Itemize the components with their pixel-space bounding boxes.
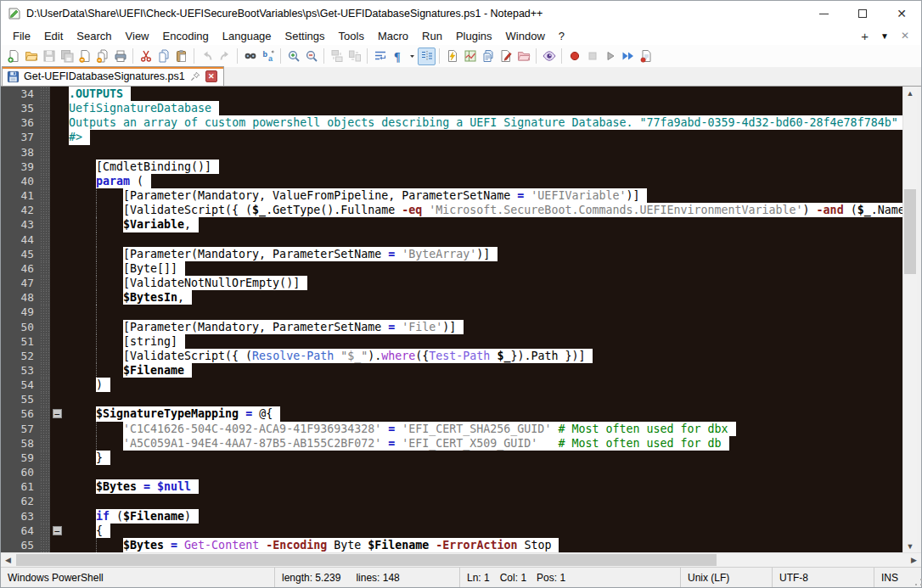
folder-as-workspace-icon[interactable] xyxy=(514,48,532,65)
fold-margin[interactable] xyxy=(50,261,69,276)
menu-plugins[interactable]: Plugins xyxy=(449,27,499,45)
close-button[interactable]: ✕ xyxy=(882,1,921,26)
fold-margin[interactable] xyxy=(50,334,69,349)
bookmark-margin[interactable] xyxy=(40,290,50,305)
fold-margin[interactable] xyxy=(50,320,69,334)
code-line[interactable]: 55 xyxy=(1,392,902,406)
code-line[interactable]: 48$BytesIn, xyxy=(1,290,902,305)
bookmark-margin[interactable] xyxy=(40,349,50,363)
bookmark-margin[interactable] xyxy=(40,494,50,508)
tab-close-icon[interactable]: ✕ xyxy=(205,70,217,82)
zoom-in-icon[interactable] xyxy=(284,48,302,65)
code-line[interactable]: 45[Parameter(Mandatory, ParameterSetName… xyxy=(1,247,902,261)
bookmark-margin[interactable] xyxy=(40,479,50,494)
new-tab-button[interactable]: + xyxy=(861,29,869,43)
document-map-icon[interactable] xyxy=(461,48,479,65)
menu-encoding[interactable]: Encoding xyxy=(156,27,216,45)
scroll-up-arrow-icon[interactable]: ▲ xyxy=(903,87,917,99)
menu-language[interactable]: Language xyxy=(216,27,278,45)
close-file-icon[interactable] xyxy=(76,48,93,65)
bookmark-margin[interactable] xyxy=(40,363,50,378)
code-line[interactable]: 34.OUTPUTS xyxy=(1,87,902,101)
fold-margin[interactable] xyxy=(50,436,69,451)
bookmark-margin[interactable] xyxy=(40,217,50,232)
vertical-scroll-thumb[interactable] xyxy=(904,189,916,274)
cut-icon[interactable] xyxy=(137,48,155,65)
horizontal-scrollbar[interactable]: ◀ ▶ xyxy=(1,552,921,567)
code-line[interactable]: 61$Bytes = $null xyxy=(1,479,902,494)
indent-guide-icon[interactable] xyxy=(418,48,436,65)
bookmark-margin[interactable] xyxy=(40,232,50,247)
code-line[interactable]: 59} xyxy=(1,451,902,465)
menu-help[interactable]: ? xyxy=(552,27,571,45)
paste-icon[interactable] xyxy=(172,48,190,65)
bookmark-margin[interactable] xyxy=(40,392,50,406)
menu-edit[interactable]: Edit xyxy=(37,27,70,45)
code-line[interactable]: 58'A5C059A1-94E4-4AA7-87B5-AB155C2BF072'… xyxy=(1,436,902,451)
fold-margin[interactable] xyxy=(50,494,69,508)
bookmark-margin[interactable] xyxy=(40,261,50,276)
fold-margin[interactable] xyxy=(50,349,69,363)
redo-icon[interactable] xyxy=(216,48,233,65)
word-wrap-icon[interactable] xyxy=(371,48,389,65)
new-file-icon[interactable] xyxy=(4,48,22,65)
menu-macro[interactable]: Macro xyxy=(371,27,415,45)
fold-margin[interactable] xyxy=(50,188,69,203)
fold-collapse-icon[interactable] xyxy=(53,526,62,535)
fold-collapse-icon[interactable] xyxy=(53,409,62,418)
code-line[interactable]: 52[ValidateScript({ (Resolve-Path "$_").… xyxy=(1,349,902,363)
bookmark-margin[interactable] xyxy=(40,130,50,144)
find-icon[interactable] xyxy=(241,48,259,65)
fold-margin[interactable] xyxy=(50,451,69,465)
tab-get-uefidatabasesignatures[interactable]: Get-UEFIDatabaseSignatures.ps1 ✕ xyxy=(2,66,224,86)
open-file-icon[interactable] xyxy=(22,48,40,65)
code-line[interactable]: 50[Parameter(Mandatory, ParameterSetName… xyxy=(1,320,902,334)
fold-margin[interactable] xyxy=(50,87,69,101)
undo-icon[interactable] xyxy=(198,48,216,65)
bookmark-margin[interactable] xyxy=(40,276,50,290)
fold-margin[interactable] xyxy=(50,130,69,144)
bookmark-margin[interactable] xyxy=(40,538,50,552)
fold-margin[interactable] xyxy=(50,406,69,421)
bookmark-margin[interactable] xyxy=(40,174,50,188)
maximize-button[interactable] xyxy=(843,1,882,26)
close-tab-button[interactable]: ✕ xyxy=(901,30,909,42)
code-line[interactable]: 41[Parameter(Mandatory, ValueFromPipelin… xyxy=(1,188,902,203)
menu-run[interactable]: Run xyxy=(415,27,449,45)
fold-margin[interactable] xyxy=(50,290,69,305)
bookmark-margin[interactable] xyxy=(40,87,50,101)
bookmark-margin[interactable] xyxy=(40,305,50,319)
code-line[interactable]: 40param ( xyxy=(1,174,902,188)
bookmark-margin[interactable] xyxy=(40,101,50,115)
menu-window[interactable]: Window xyxy=(499,27,552,45)
code-editor[interactable]: 34.OUTPUTS35UefiSignatureDatabase36Outpu… xyxy=(1,87,902,552)
code-line[interactable]: 57'C1C41626-504C-4092-ACA9-41F936934328'… xyxy=(1,422,902,436)
code-line[interactable]: 39[CmdletBinding()] xyxy=(1,160,902,174)
scroll-right-arrow-icon[interactable]: ▶ xyxy=(907,553,921,567)
code-line[interactable]: 43$Variable, xyxy=(1,217,902,232)
fold-margin[interactable] xyxy=(50,115,69,130)
code-line[interactable]: 38 xyxy=(1,145,902,160)
show-symbols-dropdown-icon[interactable] xyxy=(407,48,418,65)
bookmark-margin[interactable] xyxy=(40,145,50,160)
minimize-button[interactable] xyxy=(804,1,843,26)
code-line[interactable]: 56$SignatureTypeMapping = @{ xyxy=(1,406,902,421)
close-all-icon[interactable] xyxy=(93,48,111,65)
code-line[interactable]: 63if ($Filename) xyxy=(1,509,902,524)
horizontal-scroll-thumb[interactable] xyxy=(16,554,717,566)
code-line[interactable]: 54) xyxy=(1,378,902,392)
macro-run-multiple-icon[interactable] xyxy=(619,48,637,65)
document-list-icon[interactable] xyxy=(479,48,497,65)
code-line[interactable]: 60 xyxy=(1,465,902,479)
menu-search[interactable]: Search xyxy=(70,27,118,45)
bookmark-margin[interactable] xyxy=(40,378,50,392)
fold-margin[interactable] xyxy=(50,465,69,479)
save-all-icon[interactable] xyxy=(58,48,76,65)
fold-margin[interactable] xyxy=(50,101,69,115)
menu-file[interactable]: File xyxy=(6,27,37,45)
code-line[interactable]: 64{ xyxy=(1,524,902,538)
code-line[interactable]: 47[ValidateNotNullOrEmpty()] xyxy=(1,276,902,290)
code-line[interactable]: 51[string] xyxy=(1,334,902,349)
fold-margin[interactable] xyxy=(50,160,69,174)
fold-margin[interactable] xyxy=(50,217,69,232)
